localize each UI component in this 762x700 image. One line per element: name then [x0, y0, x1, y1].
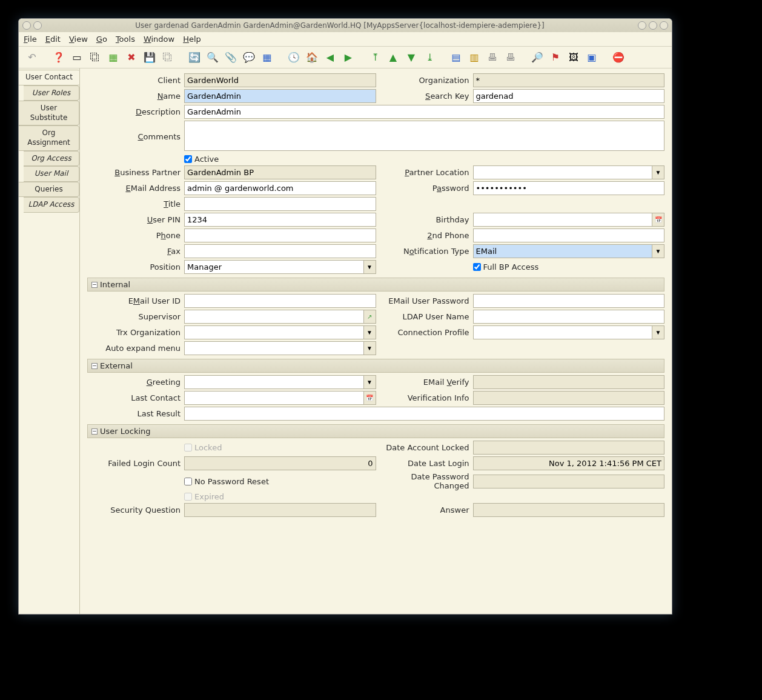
conn-profile-field[interactable] [473, 325, 653, 339]
supervisor-lookup-icon[interactable]: ↗ [364, 310, 376, 324]
down-icon[interactable]: ▼ [404, 50, 419, 65]
description-field[interactable] [184, 105, 664, 119]
help-icon[interactable]: ❓ [51, 50, 66, 65]
auto-expand-dropdown[interactable]: ▼ [364, 341, 376, 355]
forward-icon[interactable]: ▶ [341, 50, 356, 65]
copy2-icon[interactable]: ⿻ [161, 50, 175, 65]
menu-window[interactable]: Window [144, 35, 174, 44]
sec-question-field [184, 503, 376, 517]
password-field[interactable] [473, 181, 665, 195]
partner-location-field[interactable] [473, 165, 653, 179]
user-pin-field[interactable] [184, 213, 376, 227]
first-icon[interactable]: ⤒ [368, 50, 382, 65]
birthday-picker-icon[interactable]: 📅 [652, 213, 664, 227]
email-user-id-field[interactable] [184, 294, 376, 308]
client-field[interactable] [184, 73, 376, 87]
organization-field[interactable] [473, 73, 665, 87]
position-field[interactable] [184, 260, 364, 274]
birthday-field[interactable] [473, 213, 653, 227]
phone-field[interactable] [184, 228, 376, 242]
partner-location-dropdown[interactable]: ▼ [652, 165, 664, 179]
tab-user-substitute[interactable]: User Substitute [19, 101, 79, 125]
last-result-field[interactable] [184, 407, 664, 421]
close-button[interactable] [660, 21, 668, 30]
email-field[interactable] [184, 181, 376, 195]
product-icon[interactable]: ▣ [585, 50, 599, 65]
section-user-locking[interactable]: −User Locking [87, 424, 664, 438]
undo-icon[interactable]: ↶ [25, 50, 39, 65]
new-icon[interactable]: ▭ [70, 50, 84, 65]
tab-ldap-access[interactable]: LDAP Access [24, 197, 79, 213]
sysmenu-icon[interactable] [22, 21, 31, 30]
name-field[interactable] [184, 89, 376, 103]
tab-org-access[interactable]: Org Access [24, 151, 79, 167]
active-checkbox[interactable] [184, 155, 192, 163]
trx-org-dropdown[interactable]: ▼ [364, 325, 376, 339]
supervisor-field[interactable] [184, 310, 364, 324]
delete-icon[interactable]: ✖ [124, 50, 139, 65]
last-icon[interactable]: ⤓ [422, 50, 437, 65]
collapse-icon[interactable]: − [91, 428, 98, 435]
full-bp-checkbox[interactable] [473, 263, 481, 271]
request-icon[interactable]: ⚑ [548, 50, 563, 65]
exit-icon[interactable]: ⛔ [611, 50, 626, 65]
trx-org-field[interactable] [184, 325, 364, 339]
notification-type-field[interactable] [473, 244, 653, 258]
grid-icon[interactable]: ▦ [260, 50, 274, 65]
archive-icon[interactable]: ▥ [467, 50, 482, 65]
tab-user-roles[interactable]: User Roles [24, 85, 79, 101]
title-field[interactable] [184, 197, 376, 211]
home-icon[interactable]: 🏠 [305, 50, 319, 65]
maximize-button[interactable] [649, 21, 657, 30]
ldap-user-field[interactable] [473, 310, 665, 324]
active-checkbox-wrap[interactable]: Active [184, 155, 219, 164]
attach-icon[interactable]: 📎 [224, 50, 238, 65]
back-icon[interactable]: ◀ [323, 50, 337, 65]
up-icon[interactable]: ▲ [386, 50, 400, 65]
report-icon[interactable]: ▤ [449, 50, 463, 65]
tab-org-assignment[interactable]: Org Assignment [19, 125, 79, 150]
collapse-icon[interactable]: − [91, 363, 98, 369]
menu-help[interactable]: Help [183, 35, 201, 44]
phone2-field[interactable] [473, 228, 665, 242]
auto-expand-field[interactable] [184, 341, 364, 355]
refresh-icon[interactable]: 🔄 [187, 50, 202, 65]
app-window: User gardenad GardenAdmin GardenAdmin@Ga… [18, 18, 672, 615]
fax-field[interactable] [184, 244, 376, 258]
history-icon[interactable]: 🕓 [287, 50, 301, 65]
no-pw-reset-checkbox[interactable] [184, 478, 192, 485]
chat-icon[interactable]: 💬 [242, 50, 256, 65]
comments-field[interactable] [184, 121, 664, 151]
tab-user-contact[interactable]: User Contact [19, 70, 80, 85]
menu-view[interactable]: View [69, 35, 88, 44]
menu-tools[interactable]: Tools [116, 35, 135, 44]
bpartner-field[interactable] [184, 165, 376, 179]
last-contact-picker-icon[interactable]: 📅 [364, 391, 376, 405]
menu-go[interactable]: Go [96, 35, 107, 44]
conn-profile-dropdown[interactable]: ▼ [652, 325, 664, 339]
collapse-icon[interactable]: − [91, 282, 98, 288]
email-user-pw-field[interactable] [473, 294, 665, 308]
tab-user-mail[interactable]: User Mail [24, 166, 79, 182]
position-dropdown[interactable]: ▼ [364, 260, 376, 274]
copy-icon[interactable]: ⿻ [88, 50, 102, 65]
workflow-icon[interactable]: 🖼 [566, 50, 581, 65]
section-external[interactable]: −External [87, 359, 664, 373]
menu-edit[interactable]: Edit [45, 35, 61, 44]
greeting-field[interactable] [184, 375, 364, 389]
last-contact-field[interactable] [184, 391, 364, 405]
sysmenu-icon-2[interactable] [33, 21, 42, 30]
minimize-button[interactable] [638, 21, 646, 30]
print2-icon[interactable]: 🖶 [503, 50, 518, 65]
search-key-field[interactable] [473, 89, 665, 103]
tab-queries[interactable]: Queries [19, 182, 79, 198]
greeting-dropdown[interactable]: ▼ [364, 375, 376, 389]
notification-type-dropdown[interactable]: ▼ [652, 244, 664, 258]
save-icon[interactable]: ▦ [106, 50, 121, 65]
zoom-icon[interactable]: 🔎 [530, 50, 545, 65]
print-icon[interactable]: 🖶 [485, 50, 500, 65]
disk-icon[interactable]: 💾 [142, 50, 157, 65]
menu-file[interactable]: File [24, 35, 37, 44]
section-internal[interactable]: −Internal [87, 278, 664, 292]
find-icon[interactable]: 🔍 [205, 50, 220, 65]
